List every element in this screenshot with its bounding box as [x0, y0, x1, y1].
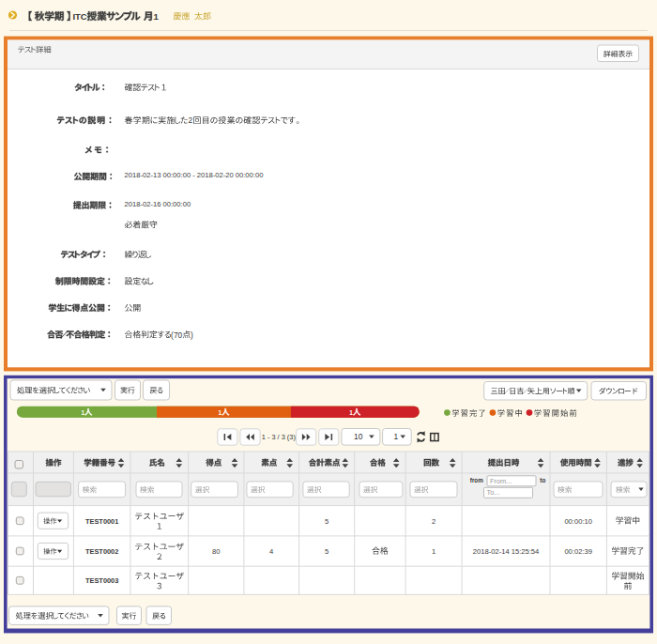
svg-text:2018-02-14 15:25:54: 2018-02-14 15:25:54 — [473, 547, 540, 556]
svg-text:From...: From... — [490, 477, 512, 485]
svg-text:1: 1 — [432, 547, 435, 556]
svg-text:80: 80 — [212, 547, 220, 556]
svg-text:1: 1 — [81, 409, 84, 416]
svg-text:To...: To... — [487, 488, 500, 497]
svg-text:4: 4 — [269, 547, 273, 556]
svg-text:00:02:39: 00:02:39 — [564, 547, 592, 556]
svg-text:): ) — [191, 330, 193, 340]
svg-text:from: from — [470, 477, 483, 483]
svg-text:1: 1 — [349, 409, 353, 416]
svg-text:2018-02-16 00:00:00: 2018-02-16 00:00:00 — [125, 200, 191, 208]
svg-text:10: 10 — [354, 432, 363, 441]
svg-text:TEST0003: TEST0003 — [85, 576, 118, 585]
svg-text:2018-02-13 00:00:00 - 2018-02-: 2018-02-13 00:00:00 - 2018-02-20 00:00:0… — [125, 171, 264, 179]
svg-text:5: 5 — [325, 547, 328, 556]
svg-text:ITC: ITC — [72, 11, 86, 22]
svg-text:1: 1 — [154, 11, 160, 22]
svg-text:TEST0002: TEST0002 — [85, 547, 118, 556]
svg-text:1 - 3 / 3 (3): 1 - 3 / 3 (3) — [262, 433, 296, 441]
svg-text:2: 2 — [188, 115, 192, 125]
svg-text:1: 1 — [394, 432, 399, 441]
svg-text:00:00:10: 00:00:10 — [564, 517, 592, 526]
svg-text:(70: (70 — [171, 330, 182, 340]
svg-text:2: 2 — [432, 517, 435, 526]
svg-text:1: 1 — [219, 409, 222, 416]
svg-text:TEST0001: TEST0001 — [85, 517, 118, 526]
svg-text:to: to — [540, 477, 545, 483]
svg-text:5: 5 — [325, 517, 328, 526]
